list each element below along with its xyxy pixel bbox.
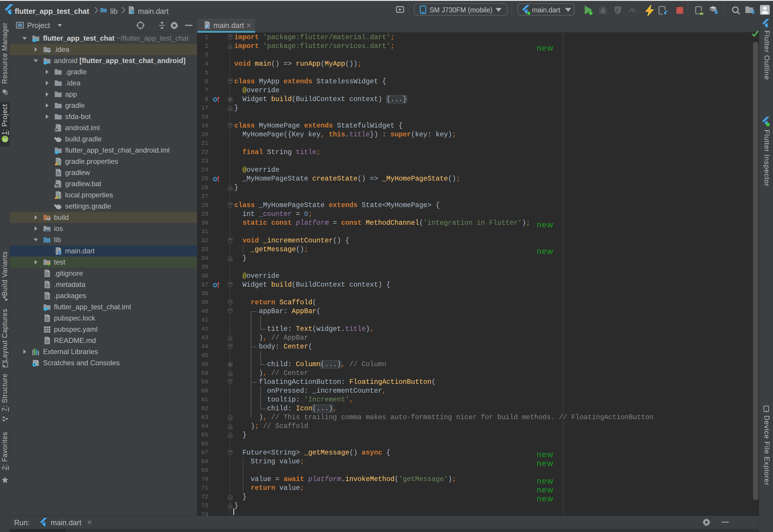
svg-text:BAT: BAT xyxy=(55,185,60,187)
